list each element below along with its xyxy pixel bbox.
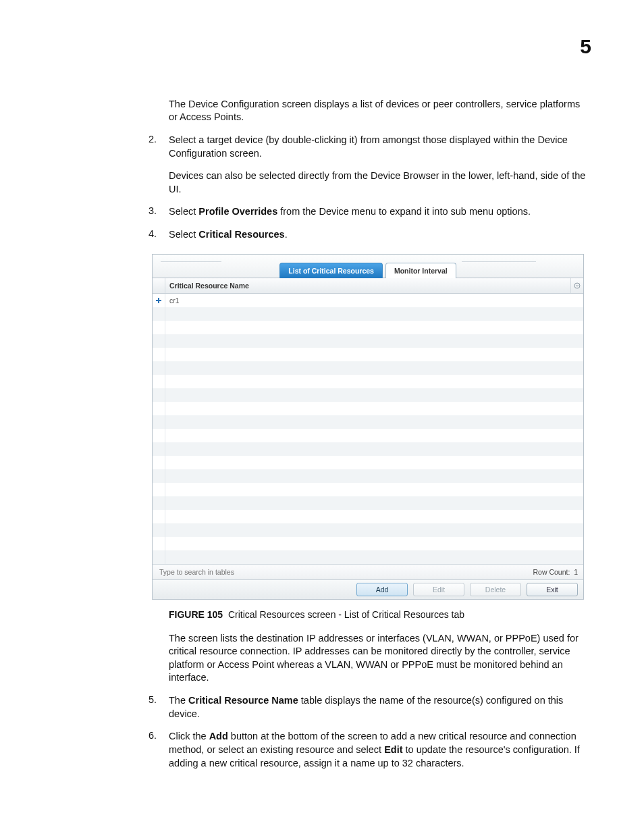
column-menu-icon[interactable] xyxy=(570,278,583,293)
step-6: 6. Click the Add button at the bottom of… xyxy=(149,730,590,770)
svg-point-0 xyxy=(574,283,580,288)
tab-list-of-critical-resources[interactable]: List of Critical Resources xyxy=(279,263,383,278)
table-row-empty xyxy=(153,321,583,334)
figure-caption: FIGURE 105 Critical Resources screen - L… xyxy=(169,609,590,620)
edit-button[interactable]: Edit xyxy=(413,583,464,596)
table-row-empty xyxy=(153,375,583,388)
step-3-post: from the Device menu to expand it into s… xyxy=(277,206,531,217)
table-search-input[interactable] xyxy=(158,567,329,577)
step-6-bold1: Add xyxy=(209,731,228,741)
row-marker-column xyxy=(153,278,165,293)
tabs-row: List of Critical Resources Monitor Inter… xyxy=(153,255,583,278)
table-row-empty xyxy=(153,510,583,523)
step-5: 5. The Critical Resource Name table disp… xyxy=(149,694,590,721)
step-2-text: Select a target device (by double-clicki… xyxy=(169,134,568,159)
decorative-rule xyxy=(161,261,221,262)
figure-panel: List of Critical Resources Monitor Inter… xyxy=(152,254,584,600)
step-4: 4. Select Critical Resources. xyxy=(149,228,590,242)
cell-resource-name: cr1 xyxy=(165,294,583,307)
table-row-empty xyxy=(153,388,583,402)
step-4-bold: Critical Resources xyxy=(198,229,284,240)
page-number: 5 xyxy=(580,35,591,58)
table-row-empty xyxy=(153,334,583,348)
row-count-value: 1 xyxy=(574,568,578,576)
table-header: Critical Resource Name xyxy=(153,278,583,294)
decorative-rule xyxy=(462,261,536,262)
table-row-empty xyxy=(153,523,583,537)
step-4-pre: Select xyxy=(169,229,198,240)
table-row-empty xyxy=(153,483,583,496)
row-count-label: Row Count: xyxy=(533,568,570,576)
svg-rect-2 xyxy=(156,300,161,301)
list-number: 5. xyxy=(149,694,169,721)
step-5-bold: Critical Resource Name xyxy=(188,695,298,706)
step-2b-text: Devices can also be selected directly fr… xyxy=(169,170,590,196)
row-edit-icon[interactable] xyxy=(153,294,165,307)
list-number: 6. xyxy=(149,730,169,770)
list-number: 4. xyxy=(149,228,169,242)
step-3-pre: Select xyxy=(169,206,198,217)
table-row-empty xyxy=(153,456,583,469)
figure-label: FIGURE 105 xyxy=(169,609,223,620)
tab-monitor-interval[interactable]: Monitor Interval xyxy=(385,263,456,278)
table-row-empty xyxy=(153,442,583,456)
delete-button[interactable]: Delete xyxy=(470,583,521,596)
figure-caption-text: Critical Resources screen - List of Crit… xyxy=(228,609,464,620)
step-2: 2. Select a target device (by double-cli… xyxy=(149,134,590,196)
table-row[interactable]: cr1 xyxy=(153,294,583,307)
step-3: 3. Select Profile Overrides from the Dev… xyxy=(149,205,590,219)
step-6-bold2: Edit xyxy=(384,744,402,755)
critical-resources-panel: List of Critical Resources Monitor Inter… xyxy=(152,254,584,600)
exit-button[interactable]: Exit xyxy=(527,583,578,596)
table-row-empty xyxy=(153,361,583,375)
step-4-post: . xyxy=(285,229,288,240)
after-figure-paragraph: The screen lists the destination IP addr… xyxy=(169,632,590,685)
table-row-empty xyxy=(153,496,583,510)
list-number: 2. xyxy=(149,134,169,196)
table-footer-status: Row Count: 1 xyxy=(153,564,583,579)
table-row-empty xyxy=(153,550,583,564)
column-header-name[interactable]: Critical Resource Name xyxy=(165,278,570,293)
step-3-bold: Profile Overrides xyxy=(198,206,277,217)
intro-paragraph: The Device Configuration screen displays… xyxy=(169,98,590,124)
table-row-empty xyxy=(153,307,583,321)
table-row-empty xyxy=(153,429,583,442)
table-row-empty xyxy=(153,402,583,415)
list-number: 3. xyxy=(149,205,169,219)
button-bar: Add Edit Delete Exit xyxy=(153,579,583,599)
page: 5 The Device Configuration screen displa… xyxy=(0,0,644,834)
table-row-empty xyxy=(153,348,583,361)
table-row-empty xyxy=(153,415,583,429)
table-row-empty xyxy=(153,469,583,483)
step-5-pre: The xyxy=(169,695,188,706)
add-button[interactable]: Add xyxy=(356,583,408,596)
table-row-empty xyxy=(153,537,583,550)
step-6-pre: Click the xyxy=(169,731,209,741)
table-body: cr1 xyxy=(153,294,583,564)
